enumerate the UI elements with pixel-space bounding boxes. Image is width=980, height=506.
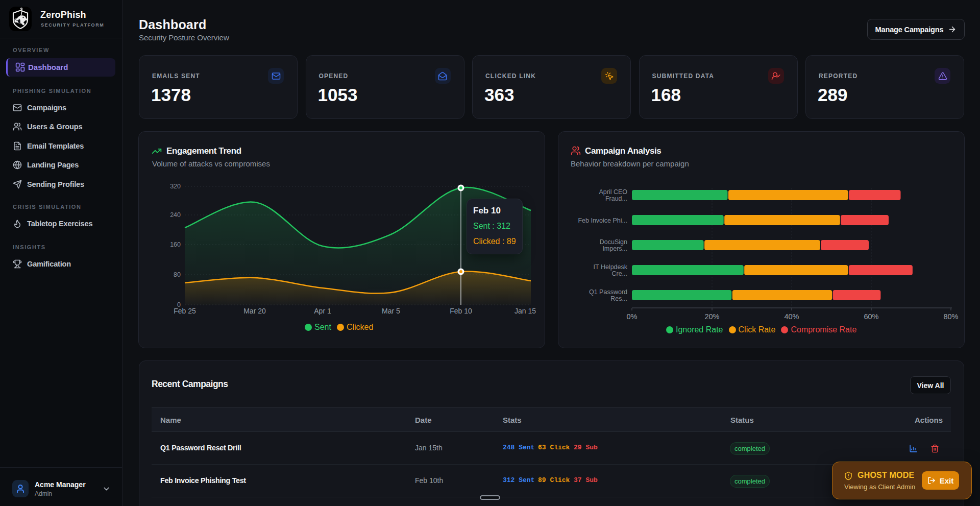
svg-text:IT Helpdesk: IT Helpdesk [594,263,628,271]
svg-text:0%: 0% [627,312,638,321]
svg-text:Fraud...: Fraud... [605,195,627,202]
svg-text:40%: 40% [784,312,799,321]
svg-text:320: 320 [170,183,181,190]
svg-text:Res...: Res... [610,295,627,302]
svg-text:Feb 10: Feb 10 [450,307,472,315]
svg-text:Mar 5: Mar 5 [382,307,400,315]
svg-text:Feb Invoice Phi...: Feb Invoice Phi... [578,217,627,224]
svg-text:DocuSign: DocuSign [600,238,627,246]
svg-text:160: 160 [170,241,181,248]
svg-text:Jan 15: Jan 15 [514,307,536,315]
svg-text:Q1 Password: Q1 Password [589,288,627,296]
svg-text:Mar 20: Mar 20 [243,307,266,315]
svg-text:Impers...: Impers... [602,245,627,252]
svg-text:Feb 25: Feb 25 [174,307,196,315]
svg-text:Cre...: Cre... [611,270,627,277]
svg-text:60%: 60% [864,312,878,321]
svg-text:20%: 20% [704,312,719,321]
svg-text:240: 240 [170,211,181,219]
svg-text:Apr 1: Apr 1 [314,307,331,315]
svg-text:April CEO: April CEO [599,188,627,196]
svg-text:80: 80 [174,271,181,278]
svg-text:80%: 80% [943,312,958,321]
